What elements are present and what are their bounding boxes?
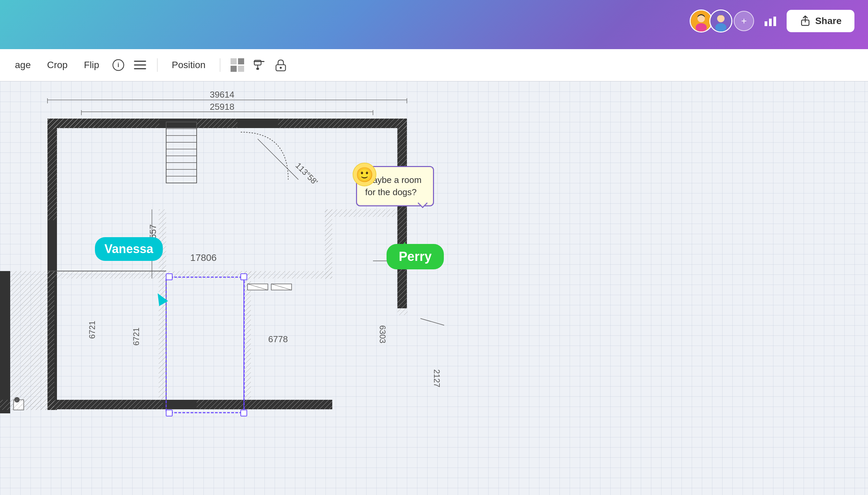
share-button[interactable]: Share	[787, 10, 854, 32]
svg-rect-6	[765, 21, 767, 26]
svg-text:2127: 2127	[432, 369, 441, 387]
vanessa-label: Vanessa	[95, 237, 163, 261]
toolbar-lock[interactable]	[273, 57, 288, 72]
svg-rect-8	[773, 17, 776, 26]
svg-line-68	[420, 319, 444, 325]
svg-text:25918: 25918	[210, 102, 234, 112]
svg-point-5	[715, 23, 727, 32]
svg-rect-79	[197, 119, 237, 129]
comment-emoji: 🙂	[353, 163, 377, 186]
toolbar: age Crop Flip i Position	[0, 49, 868, 81]
svg-rect-90	[241, 410, 247, 416]
toolbar-info[interactable]: i	[111, 57, 126, 72]
toolbar-crop[interactable]: Crop	[43, 57, 72, 73]
toolbar-flip[interactable]: Flip	[79, 57, 104, 73]
analytics-button[interactable]	[760, 11, 781, 31]
svg-rect-80	[278, 119, 407, 129]
svg-text:113°58': 113°58'	[294, 160, 319, 186]
svg-text:6721: 6721	[132, 328, 141, 346]
svg-rect-15	[231, 58, 237, 64]
add-collaborator-button[interactable]: +	[734, 11, 754, 31]
svg-point-4	[717, 15, 724, 22]
header-actions: + Share	[690, 10, 854, 33]
toolbar-menu[interactable]	[133, 57, 148, 72]
svg-rect-40	[48, 271, 332, 278]
svg-rect-13	[134, 64, 146, 66]
svg-rect-47	[166, 122, 197, 183]
toolbar-position[interactable]: Position	[167, 57, 211, 73]
toolbar-paint[interactable]	[252, 57, 267, 72]
svg-rect-87	[166, 274, 172, 280]
svg-text:i: i	[117, 62, 119, 68]
svg-rect-43	[325, 209, 332, 279]
svg-rect-38	[48, 119, 57, 220]
svg-text:6778: 6778	[268, 334, 288, 344]
perry-label: Perry	[386, 244, 444, 269]
share-icon	[800, 15, 811, 27]
svg-rect-77	[197, 400, 332, 410]
analytics-icon	[763, 14, 778, 28]
svg-point-24	[280, 67, 282, 69]
svg-rect-88	[241, 274, 247, 280]
canvas: 39614 25918	[0, 81, 868, 495]
svg-rect-18	[238, 66, 244, 72]
svg-rect-20	[254, 61, 265, 62]
svg-rect-85	[244, 277, 244, 413]
svg-rect-7	[769, 19, 772, 26]
svg-rect-76	[48, 400, 163, 410]
svg-text:6721: 6721	[87, 321, 97, 339]
svg-rect-78	[48, 119, 160, 129]
svg-line-56	[258, 139, 298, 180]
collaborator-avatars: +	[690, 10, 754, 33]
svg-text:39614: 39614	[210, 89, 234, 100]
svg-rect-42	[325, 209, 397, 217]
svg-marker-91	[153, 291, 168, 306]
toolbar-divider1	[157, 58, 158, 72]
toolbar-grid[interactable]	[230, 57, 245, 72]
svg-rect-46	[0, 271, 10, 413]
svg-rect-84	[166, 277, 244, 413]
svg-text:6303: 6303	[378, 325, 387, 343]
svg-rect-17	[231, 66, 237, 72]
avatar-user2[interactable]	[709, 10, 732, 33]
svg-text:17806: 17806	[190, 252, 217, 263]
vanessa-cursor	[153, 291, 169, 309]
svg-rect-14	[134, 68, 146, 69]
svg-rect-16	[238, 58, 244, 64]
toolbar-image[interactable]: age	[10, 57, 36, 73]
toolbar-divider2	[220, 58, 220, 72]
svg-rect-89	[166, 410, 172, 416]
svg-rect-81	[397, 119, 407, 315]
svg-rect-22	[256, 68, 259, 70]
svg-rect-12	[134, 61, 146, 62]
floorplan-svg: 39614 25918	[0, 81, 868, 495]
svg-rect-75	[0, 400, 54, 410]
